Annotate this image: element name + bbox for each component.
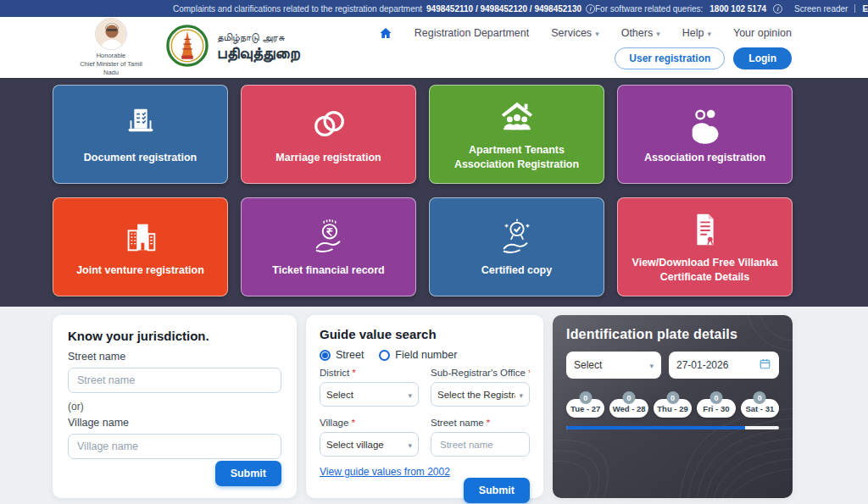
tile-marriage-registration[interactable]: Marriage registration (241, 85, 416, 184)
chief-minister-block: Honorable Chief Minister of Tamil Nadu (75, 18, 147, 76)
info-icon[interactable] (586, 4, 595, 14)
tile-label: Certified copy (473, 263, 560, 278)
village-name-label: Village name (68, 417, 281, 429)
chevron-down-icon (707, 27, 711, 39)
screen-reader-link[interactable]: Screen reader (794, 4, 848, 14)
gv-street-name-input[interactable] (431, 432, 530, 457)
person-portrait (96, 19, 127, 50)
count-badge: 0 (623, 391, 636, 404)
radio-checked-icon (320, 350, 331, 361)
chevron-down-icon (649, 359, 654, 371)
chevron-down-icon (595, 27, 599, 39)
jurisdiction-submit-button[interactable]: Submit (215, 461, 281, 486)
chevron-down-icon (408, 440, 412, 450)
nav-registration-department[interactable]: Registration Department (415, 27, 529, 39)
software-phone-number: 1800 102 5174 (709, 4, 766, 14)
chevron-down-icon (408, 390, 412, 400)
day-pill-wed[interactable]: 0 Wed - 28 (609, 399, 648, 418)
home-icon[interactable] (379, 26, 392, 40)
radio-unchecked-icon (379, 350, 390, 361)
association-people-icon (686, 104, 725, 145)
count-badge: 0 (579, 391, 592, 404)
tile-label: Association registration (636, 151, 774, 165)
nav-your-opinion[interactable]: Your opinion (733, 27, 792, 39)
nav-help[interactable]: Help (682, 27, 711, 39)
day-pill-sat[interactable]: 0 Sat - 31 (741, 399, 779, 418)
district-select[interactable]: Select (320, 382, 419, 407)
count-badge: 0 (666, 391, 679, 404)
guide-value-panel: Guide value search Street Field number D… (306, 315, 543, 498)
complaints-phone-numbers: 9498452110 / 9498452120 / 9498452130 (426, 4, 581, 14)
quick-services-section: Document registration Marriage registrat… (0, 78, 868, 307)
week-scrollbar-thumb (566, 426, 745, 429)
plate-select[interactable]: Select (566, 352, 661, 379)
count-badge: 0 (709, 391, 722, 404)
ticket-financial-icon (309, 217, 348, 258)
apartment-tenants-icon (498, 97, 537, 137)
week-scrollbar[interactable] (566, 426, 779, 429)
chevron-down-icon (519, 390, 523, 400)
top-info-bar: Complaints and clarifications related to… (0, 0, 868, 17)
chief-minister-caption: Honorable Chief Minister of Tamil Nadu (75, 52, 147, 76)
calendar-icon (759, 357, 771, 373)
day-pill-tue[interactable]: 0 Tue - 27 (566, 399, 604, 418)
tile-label: Marriage registration (267, 151, 389, 165)
street-name-input[interactable] (68, 368, 281, 393)
villanka-certificate-icon (686, 209, 725, 250)
sub-registrar-office-select[interactable]: Select the Registrar's C (431, 382, 530, 407)
login-button[interactable]: Login (733, 47, 792, 69)
day-pill-fri[interactable]: 0 Fri - 30 (697, 399, 735, 418)
village-name-input[interactable] (68, 434, 281, 459)
or-text: (or) (68, 401, 281, 413)
tile-certified-copy[interactable]: Certified copy (429, 197, 604, 296)
language-selector[interactable]: English (862, 4, 868, 14)
day-pill-thu[interactable]: 0 Thu - 29 (654, 399, 692, 418)
guide-values-2002-link[interactable]: View guide values from 2002 (320, 466, 450, 478)
tamilnadu-govt-emblem-icon (166, 25, 209, 70)
identification-plate-panel: Identification plate details Select 27-0… (553, 315, 793, 498)
nav-services[interactable]: Services (551, 27, 598, 39)
complaints-text: Complaints and clarifications related to… (173, 4, 422, 14)
tile-label: Ticket financial record (264, 263, 392, 278)
identification-title: Identification plate details (566, 327, 779, 342)
guide-value-submit-button[interactable]: Submit (464, 478, 530, 503)
tile-joint-venture[interactable]: Joint venture registration (53, 197, 228, 296)
marriage-rings-icon (309, 104, 348, 145)
chevron-down-icon (656, 27, 660, 39)
district-label: District * (320, 368, 419, 378)
date-picker[interactable]: 27-01-2026 (669, 352, 779, 379)
tile-association-registration[interactable]: Association registration (617, 85, 793, 184)
info-icon[interactable] (773, 4, 782, 14)
jurisdiction-title: Know your jurisdiction. (68, 329, 281, 343)
user-registration-button[interactable]: User registration (615, 47, 725, 69)
tile-ticket-financial[interactable]: Ticket financial record (241, 197, 416, 296)
tile-label: Document registration (75, 151, 205, 165)
tile-label: Apartment Tenants Association Registrati… (430, 143, 604, 172)
jurisdiction-panel: Know your jurisdiction. Street name (or)… (53, 315, 297, 498)
dept-title-tamil-line2: பதிவுத்துறை (217, 44, 300, 63)
guide-value-title: Guide value search (320, 327, 530, 341)
certified-copy-icon (498, 217, 537, 258)
village-select[interactable]: Select village (320, 432, 419, 457)
tile-label: Joint venture registration (68, 263, 213, 278)
department-title: தமிழ்நாடு அரசு பதிவுத்துறை (217, 32, 300, 63)
header-navigation: Registration Department Services Others … (379, 26, 868, 69)
radio-street[interactable]: Street (320, 349, 364, 361)
divider (854, 4, 855, 13)
count-badge: 0 (754, 391, 766, 404)
nav-others[interactable]: Others (621, 27, 660, 39)
site-header: Honorable Chief Minister of Tamil Nadu த… (0, 17, 868, 78)
radio-field-number[interactable]: Field number (379, 349, 457, 361)
software-queries-text: For software related queries: (595, 4, 703, 14)
tile-document-registration[interactable]: Document registration (53, 85, 228, 184)
chief-minister-photo (95, 18, 127, 50)
street-name-label: Street name * (431, 418, 530, 428)
tile-apartment-tenants[interactable]: Apartment Tenants Association Registrati… (429, 85, 604, 184)
tile-label: View/Download Free Villanka Certificate … (618, 256, 792, 285)
joint-venture-building-icon (121, 217, 160, 258)
sub-registrar-office-label: Sub-Registrar's Office * (431, 368, 530, 378)
tools-section: Know your jurisdiction. Street name (or)… (0, 307, 868, 504)
tile-villanka-certificate[interactable]: View/Download Free Villanka Certificate … (617, 197, 793, 296)
village-label: Village * (320, 418, 419, 428)
street-name-label: Street name (68, 351, 281, 363)
